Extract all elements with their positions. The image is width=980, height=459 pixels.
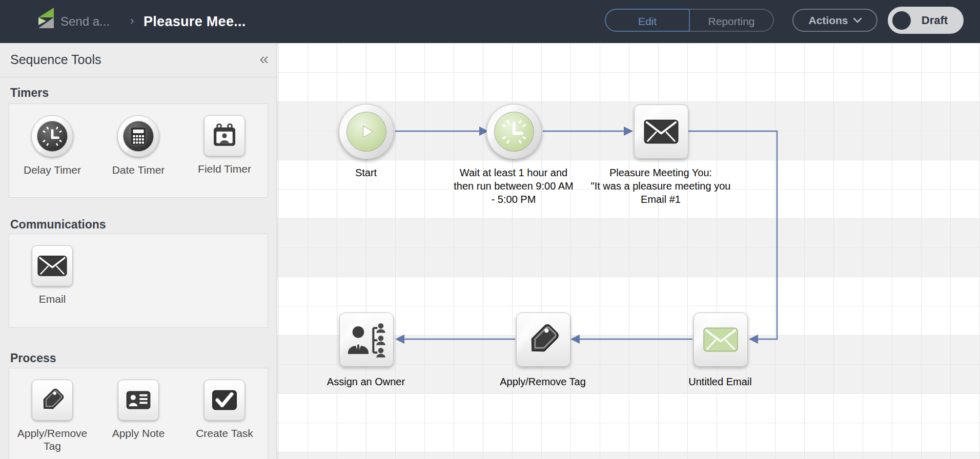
breadcrumb-parent[interactable]: Send a... [60, 0, 110, 43]
create-task-button[interactable] [204, 380, 245, 421]
node-caption-start: Start [315, 166, 417, 179]
node-assign-owner[interactable] [339, 312, 394, 367]
calendar-person-icon [210, 121, 239, 150]
tool-label: Delay Timer [24, 163, 81, 176]
breadcrumb-current page-title: Pleasure Mee... [144, 0, 246, 43]
tool-apply-remove-tag[interactable]: Apply/Remove Tag [9, 380, 95, 452]
tool-date-timer[interactable]: Date Timer [95, 115, 181, 176]
node-caption-untitled-email: Untitled Email [656, 375, 784, 388]
tool-label: Apply/Remove Tag [14, 427, 91, 452]
actions-button-label: Actions [808, 14, 848, 27]
process-panel: Apply/Remove Tag Apply Note [9, 368, 268, 459]
assign-owner-icon [346, 321, 387, 358]
date-timer-button[interactable] [117, 115, 159, 157]
node-email-1[interactable] [634, 105, 688, 159]
communications-panel: Email [9, 234, 268, 328]
tool-label: Create Task [196, 427, 253, 440]
tag-icon [523, 320, 563, 360]
tool-delay-timer[interactable]: Delay Timer [9, 115, 95, 176]
sidebar-collapse-button chevron-double-left-icon[interactable]: « [259, 43, 269, 77]
tab-reporting[interactable]: Reporting [690, 9, 774, 32]
envelope-icon [644, 119, 679, 144]
tab-edit[interactable]: Edit [605, 9, 690, 32]
timers-panel: Delay Timer [9, 103, 268, 198]
status-badge: Draft [911, 14, 964, 27]
tool-field-timer[interactable]: Field Timer [181, 115, 268, 175]
node-delay-timer[interactable] [486, 104, 542, 159]
calendar-calculator-icon [127, 125, 150, 148]
breadcrumb-separator: › [130, 0, 134, 43]
sequence-canvas[interactable]: Start [277, 43, 980, 459]
tool-create-task[interactable]: Create Task [181, 380, 268, 440]
tool-label: Field Timer [198, 162, 251, 175]
sidebar-header: Sequence Tools « [0, 43, 277, 77]
delay-timer-button[interactable] [31, 115, 73, 157]
infusionsoft-logo-icon[interactable] [38, 7, 54, 29]
tool-label: Apply Note [112, 427, 165, 440]
apply-remove-tag-button[interactable] [32, 380, 73, 421]
envelope-draft-icon [703, 327, 738, 352]
tool-email[interactable]: Email [9, 245, 95, 305]
chevron-down-icon [853, 18, 862, 23]
email-button[interactable] [32, 245, 73, 286]
checkmark-icon [210, 387, 239, 413]
tool-apply-note[interactable]: Apply Note [95, 380, 181, 440]
apply-note-button[interactable] [118, 380, 159, 421]
tag-icon [37, 385, 67, 415]
node-untitled-email[interactable] [693, 312, 748, 367]
section-label-process: Process [10, 351, 56, 365]
play-icon [355, 120, 378, 143]
tool-label: Date Timer [112, 163, 165, 176]
section-label-timers: Timers [10, 86, 49, 100]
toggle-knob[interactable] [892, 11, 911, 30]
campaign-builder-app: Send a... › Pleasure Mee... Edit Reporti… [0, 0, 980, 459]
note-card-icon [124, 387, 153, 413]
envelope-icon [37, 255, 67, 277]
section-label-communications: Communications [10, 218, 106, 232]
field-timer-button[interactable] [204, 115, 245, 156]
clock-icon [499, 116, 529, 147]
node-apply-remove-tag[interactable] [516, 312, 570, 367]
node-caption-email-1: Pleasure Meeting You: "It was a pleasure… [566, 166, 756, 206]
node-caption-assign-owner: Assign an Owner [302, 375, 430, 388]
publish-status-toggle[interactable]: Draft [888, 7, 964, 34]
sequence-tools-sidebar: Sequence Tools « Timers [0, 43, 277, 459]
actions-button[interactable]: Actions [792, 9, 877, 32]
node-start[interactable] [339, 104, 394, 159]
edit-reporting-segmented-control: Edit Reporting [605, 9, 774, 32]
node-caption-apply-remove-tag: Apply/Remove Tag [479, 375, 607, 388]
clock-icon [40, 124, 64, 148]
sidebar-title: Sequence Tools [10, 43, 101, 77]
top-header-bar: Send a... › Pleasure Mee... Edit Reporti… [0, 0, 980, 43]
tool-label: Email [39, 293, 66, 305]
